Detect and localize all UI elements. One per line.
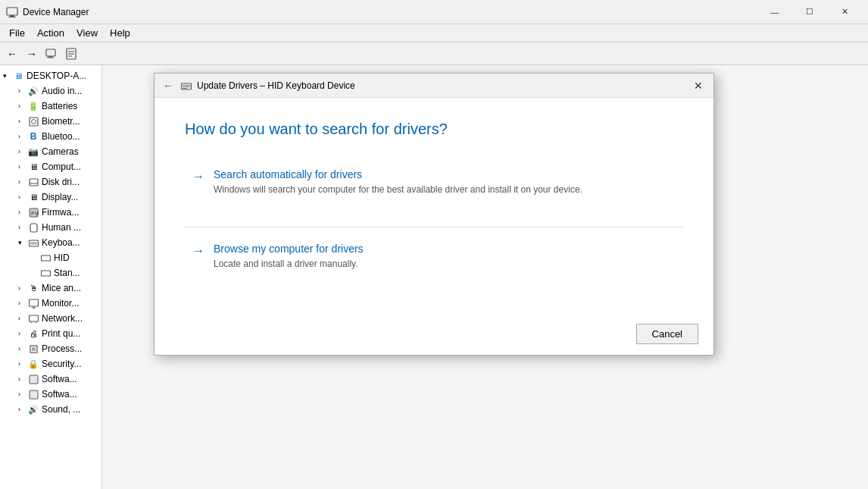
close-button[interactable]: ✕ <box>827 0 862 24</box>
window-title: Device Manager <box>23 7 757 17</box>
cancel-button[interactable]: Cancel <box>636 324 698 344</box>
dialog-heading: How do you want to search for drivers? <box>185 121 683 138</box>
menu-action[interactable]: Action <box>31 26 70 40</box>
menu-help[interactable]: Help <box>104 26 136 40</box>
browse-title: Browse my computer for drivers <box>214 243 364 255</box>
window-controls: — ☐ ✕ <box>757 0 862 24</box>
browse-arrow: → <box>192 244 205 258</box>
title-bar: Device Manager — ☐ ✕ <box>0 0 868 24</box>
dialog-titlebar: ← Update Drivers – HID Keyboard Device ✕ <box>155 74 713 98</box>
browse-content: Browse my computer for drivers Locate an… <box>214 243 364 271</box>
dialog-divider <box>185 227 683 227</box>
svg-rect-3 <box>46 49 55 56</box>
search-auto-desc: Windows will search your computer for th… <box>214 183 582 196</box>
svg-rect-5 <box>47 57 54 58</box>
dialog-overlay: ← Update Drivers – HID Keyboard Device ✕… <box>0 65 868 489</box>
search-auto-arrow: → <box>192 170 205 183</box>
toolbar: ← → <box>0 42 868 65</box>
menu-bar: File Action View Help <box>0 24 868 42</box>
update-drivers-dialog: ← Update Drivers – HID Keyboard Device ✕… <box>154 73 714 356</box>
svg-rect-0 <box>7 8 17 15</box>
toolbar-device-button[interactable] <box>42 45 61 63</box>
toolbar-properties-button[interactable] <box>62 45 80 63</box>
browse-computer-option[interactable]: → Browse my computer for drivers Locate … <box>185 235 683 278</box>
dialog-close-button[interactable]: ✕ <box>689 77 707 95</box>
search-auto-title: Search automatically for drivers <box>214 168 582 180</box>
toolbar-back-button[interactable]: ← <box>3 45 21 63</box>
app-icon <box>6 6 18 18</box>
search-automatically-option[interactable]: → Search automatically for drivers Windo… <box>185 161 683 204</box>
minimize-button[interactable]: — <box>757 0 792 24</box>
svg-rect-2 <box>8 17 16 17</box>
menu-file[interactable]: File <box>3 26 31 40</box>
search-auto-content: Search automatically for drivers Windows… <box>214 168 582 196</box>
toolbar-forward-button[interactable]: → <box>23 45 41 63</box>
dialog-title-icon <box>180 80 192 92</box>
svg-rect-4 <box>48 56 52 58</box>
svg-rect-1 <box>10 15 14 17</box>
browse-desc: Locate and install a driver manually. <box>214 258 364 271</box>
dialog-title: Update Drivers – HID Keyboard Device <box>197 80 689 91</box>
dialog-body: How do you want to search for drivers? →… <box>155 98 713 316</box>
maximize-button[interactable]: ☐ <box>792 0 827 24</box>
dialog-back-button[interactable]: ← <box>161 78 176 93</box>
main-area: ▾ 🖥 DESKTOP-A... › 🔊 Audio in... › 🔋 Bat… <box>0 65 868 489</box>
dialog-footer: Cancel <box>155 316 713 355</box>
menu-view[interactable]: View <box>70 26 104 40</box>
